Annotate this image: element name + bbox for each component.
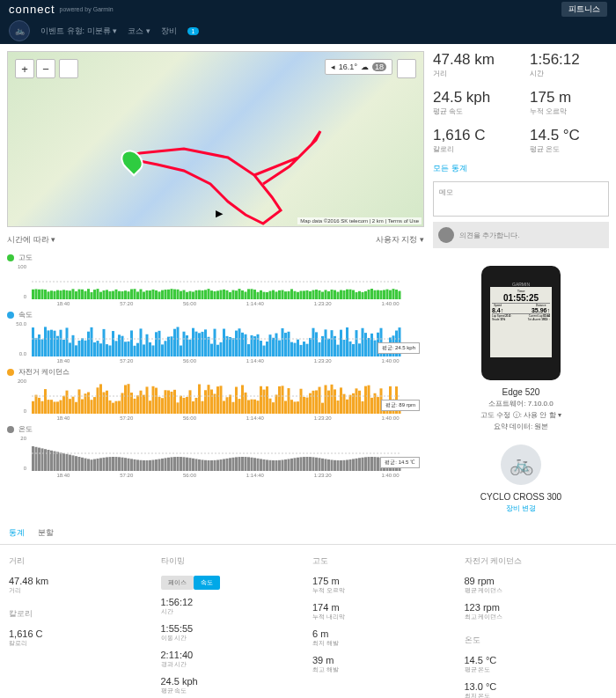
svg-rect-301: [214, 393, 216, 414]
change-gear-link[interactable]: 장비 변경: [433, 503, 609, 513]
app-header: connect powered by Garmin 피트니스: [0, 0, 616, 18]
svg-rect-33: [134, 289, 136, 299]
svg-rect-130: [60, 330, 62, 356]
svg-rect-293: [189, 390, 192, 414]
map[interactable]: + − ◂ 16.1° ☁ 18 ▶ Map data ©2016 SK tel…: [7, 51, 424, 227]
comment-input[interactable]: 의견을 추가합니다.: [433, 222, 609, 248]
svg-rect-290: [180, 396, 182, 414]
event-type-dropdown[interactable]: 이벤트 유형: 미분류 ▾: [40, 26, 117, 37]
chart-dot-icon: [7, 369, 14, 376]
svg-rect-393: [124, 458, 127, 471]
svg-rect-255: [72, 397, 75, 414]
svg-rect-211: [309, 338, 312, 356]
svg-rect-70: [247, 289, 250, 299]
svg-rect-390: [115, 457, 118, 471]
svg-rect-343: [343, 394, 346, 414]
gear-link[interactable]: 장비: [161, 26, 177, 37]
svg-rect-272: [124, 385, 127, 414]
course-dropdown[interactable]: 코스 ▾: [128, 26, 150, 37]
svg-rect-58: [210, 290, 213, 299]
svg-rect-198: [269, 334, 272, 356]
svg-rect-449: [297, 458, 299, 471]
tab-splits[interactable]: 분할: [38, 527, 54, 539]
svg-rect-299: [208, 385, 210, 414]
tab-stats[interactable]: 통계: [9, 527, 25, 539]
svg-rect-109: [368, 290, 370, 299]
layers-button[interactable]: [59, 59, 78, 78]
svg-rect-15: [78, 290, 81, 299]
svg-rect-382: [91, 459, 93, 471]
chart-xaxis-dropdown[interactable]: 시간에 따라 ▾: [7, 234, 55, 246]
svg-rect-135: [75, 345, 77, 356]
svg-rect-28: [118, 291, 121, 299]
svg-rect-61: [220, 290, 223, 299]
svg-rect-247: [48, 400, 50, 414]
svg-rect-329: [300, 389, 303, 414]
svg-rect-48: [180, 291, 182, 299]
svg-rect-455: [315, 458, 318, 471]
svg-rect-32: [130, 289, 133, 299]
zoom-in-button[interactable]: +: [15, 59, 34, 78]
svg-rect-9: [60, 290, 62, 299]
svg-rect-136: [78, 341, 81, 356]
svg-rect-291: [183, 398, 186, 414]
svg-rect-141: [93, 342, 96, 356]
chart-custom-dropdown[interactable]: 사용자 지정 ▾: [376, 234, 424, 246]
activity-subheader: 🚲 이벤트 유형: 미분류 ▾ 코스 ▾ 장비 1: [0, 18, 616, 44]
svg-rect-14: [75, 291, 77, 299]
svg-rect-191: [247, 344, 250, 356]
svg-rect-63: [226, 290, 229, 299]
svg-rect-140: [91, 327, 93, 356]
svg-rect-349: [362, 401, 364, 414]
svg-rect-170: [183, 332, 186, 356]
svg-rect-431: [241, 457, 244, 471]
all-stats-link[interactable]: 모든 통계: [433, 163, 609, 174]
svg-rect-419: [204, 460, 207, 471]
svg-rect-62: [223, 290, 225, 299]
fullscreen-button[interactable]: [397, 59, 416, 78]
svg-rect-147: [112, 331, 114, 356]
svg-rect-21: [97, 289, 99, 299]
detail-tabs: 통계 분할: [0, 520, 616, 545]
zoom-out-button[interactable]: −: [36, 59, 55, 78]
svg-rect-380: [84, 459, 87, 471]
play-route-button[interactable]: ▶: [216, 208, 223, 219]
svg-rect-225: [352, 344, 355, 356]
svg-rect-102: [346, 290, 348, 299]
svg-rect-114: [383, 290, 385, 299]
svg-rect-317: [263, 390, 266, 414]
svg-rect-430: [238, 457, 241, 471]
svg-rect-409: [173, 457, 176, 471]
svg-rect-252: [62, 396, 65, 414]
svg-rect-261: [91, 400, 93, 414]
svg-rect-139: [87, 332, 90, 356]
chart-속도: 속도 50.00.0 평균: 24.5 kph 18:4057:2056:001…: [7, 310, 424, 364]
svg-rect-328: [297, 401, 299, 414]
svg-rect-104: [352, 290, 355, 299]
svg-rect-284: [161, 398, 164, 414]
svg-rect-47: [177, 290, 180, 299]
svg-rect-460: [331, 459, 334, 471]
svg-rect-454: [312, 457, 315, 471]
activity-type-icon[interactable]: 🚲: [9, 20, 30, 41]
svg-rect-87: [300, 290, 303, 299]
svg-rect-462: [337, 460, 340, 471]
svg-rect-264: [99, 384, 102, 414]
device-name: Edge 520: [433, 387, 609, 397]
toggle-speed[interactable]: 속도: [194, 576, 220, 590]
toggle-pace[interactable]: 페이스: [161, 576, 194, 590]
svg-rect-38: [149, 290, 151, 299]
device-elevation[interactable]: 고도 수정 ⓘ: 사용 안 함 ▾: [433, 410, 609, 420]
memo-input[interactable]: 메모: [433, 181, 609, 217]
svg-rect-201: [278, 341, 281, 356]
svg-rect-117: [392, 289, 395, 299]
svg-rect-217: [327, 339, 330, 356]
svg-rect-126: [48, 330, 50, 356]
svg-rect-294: [192, 401, 194, 414]
nav-fitness[interactable]: 피트니스: [561, 2, 607, 17]
svg-rect-25: [109, 291, 112, 299]
svg-rect-142: [97, 341, 99, 356]
svg-rect-383: [93, 459, 96, 471]
svg-rect-12: [69, 290, 71, 299]
weather-widget[interactable]: ◂ 16.1° ☁ 18: [325, 59, 392, 75]
